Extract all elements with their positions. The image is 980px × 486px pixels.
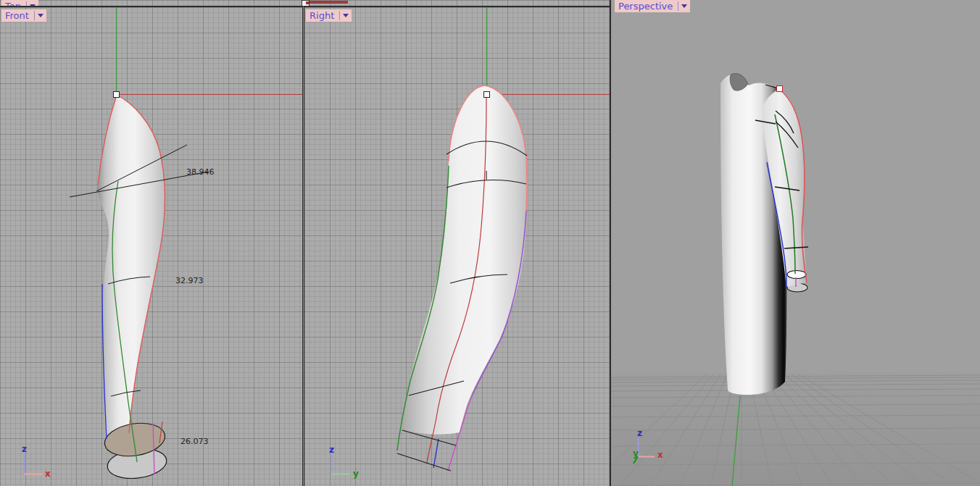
- viewport-perspective-label[interactable]: Perspective: [615, 0, 690, 12]
- control-point[interactable]: [483, 91, 490, 98]
- rhino-viewport-workspace: Top Front: [0, 0, 980, 486]
- axis-label-y: y: [353, 469, 359, 479]
- sleeve-surface[interactable]: [97, 95, 165, 443]
- viewport-right-title: Right: [310, 9, 334, 22]
- sleeve-surface[interactable]: [402, 85, 527, 435]
- axis-label-x: x: [657, 450, 663, 460]
- label-separator: [678, 1, 678, 11]
- label-separator: [339, 11, 340, 20]
- ground-plane-grid: [611, 372, 980, 486]
- right-sleeve-model[interactable]: [397, 85, 527, 471]
- axis-label-z: z: [329, 445, 334, 455]
- viewport-top[interactable]: Top: [0, 0, 610, 6]
- viewport-top-title: Top: [5, 0, 21, 6]
- label-separator: [34, 11, 35, 20]
- axis-label-y: y: [633, 448, 639, 458]
- viewport-right-label[interactable]: Right: [306, 9, 352, 22]
- front-cplane-axes: [116, 7, 302, 95]
- right-view-canvas[interactable]: [304, 7, 610, 486]
- control-point[interactable]: [113, 91, 120, 98]
- right-axis-icon: [331, 455, 351, 474]
- viewport-front-title: Front: [5, 9, 29, 22]
- cuff-inner-ellipse[interactable]: [787, 271, 806, 279]
- viewport-front[interactable]: Front: [0, 7, 302, 486]
- axis-label-z: z: [22, 444, 27, 454]
- dropdown-arrow-icon[interactable]: [681, 4, 687, 8]
- front-axis-icon: [24, 454, 43, 474]
- viewport-top-label[interactable]: Top: [1, 0, 38, 6]
- dropdown-arrow-icon[interactable]: [38, 14, 43, 17]
- control-point[interactable]: [776, 85, 783, 92]
- viewport-perspective-title: Perspective: [618, 0, 673, 12]
- dimension-value-upper[interactable]: 38.946: [186, 167, 215, 177]
- axis-label-x: x: [45, 469, 51, 479]
- dimension-value-lower[interactable]: 26.073: [180, 437, 209, 446]
- perspective-view-canvas[interactable]: [611, 0, 980, 486]
- viewport-perspective[interactable]: Perspective: [611, 0, 980, 486]
- viewport-right[interactable]: Right: [304, 7, 610, 486]
- dropdown-arrow-icon[interactable]: [343, 14, 349, 17]
- top-view-seam-curve[interactable]: [310, 1, 348, 4]
- label-separator: [26, 1, 27, 6]
- right-cplane-axes: [486, 7, 610, 95]
- axis-label-z: z: [637, 428, 642, 438]
- dimension-value-middle[interactable]: 32.973: [175, 276, 204, 285]
- viewport-front-label[interactable]: Front: [1, 9, 46, 22]
- front-sleeve-model[interactable]: [70, 95, 209, 482]
- dropdown-arrow-icon[interactable]: [30, 4, 36, 6]
- cuff-edge-blue[interactable]: [433, 439, 439, 468]
- front-view-canvas[interactable]: [0, 7, 302, 486]
- cursor-snap-icon: [302, 0, 310, 6]
